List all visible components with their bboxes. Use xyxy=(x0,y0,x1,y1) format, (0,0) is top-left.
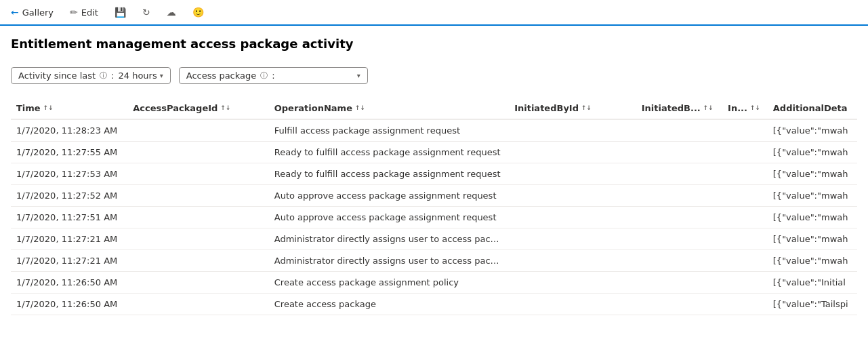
cell-initiatedb xyxy=(636,294,722,315)
cell-additionaldata: [{"value":"mwah xyxy=(768,142,857,163)
cloud-icon: ☁ xyxy=(167,7,176,18)
emoji-icon: 🙂 xyxy=(192,7,204,18)
access-package-info-icon: ⓘ xyxy=(260,71,268,81)
cell-in xyxy=(722,228,768,250)
col-header-initiatedb[interactable]: InitiatedB... ↑↓ xyxy=(636,98,722,119)
cloud-button[interactable]: ☁ xyxy=(164,4,179,20)
cell-initiatedbyid xyxy=(509,228,636,250)
sort-icon-accesspackageid: ↑↓ xyxy=(220,105,230,111)
cell-initiatedb xyxy=(636,163,722,185)
table-row[interactable]: 1/7/2020, 11:28:23 AMFulfill access pack… xyxy=(11,119,857,142)
cell-initiatedbyid xyxy=(509,119,636,142)
access-package-dropdown[interactable]: ▾ xyxy=(279,72,360,79)
cell-initiatedbyid xyxy=(509,207,636,228)
table-row[interactable]: 1/7/2020, 11:26:50 AMCreate access packa… xyxy=(11,294,857,315)
activity-chevron-icon: ▾ xyxy=(160,72,163,79)
cell-initiatedbyid xyxy=(509,250,636,272)
cell-operationname: Auto approve access package assignment r… xyxy=(269,207,509,228)
back-button[interactable]: ← Gallery xyxy=(8,4,56,20)
col-header-time[interactable]: Time ↑↓ xyxy=(11,98,127,119)
table-row[interactable]: 1/7/2020, 11:27:21 AMAdministrator direc… xyxy=(11,250,857,272)
cell-initiatedb xyxy=(636,272,722,294)
cell-initiatedbyid xyxy=(509,272,636,294)
edit-icon: ✏️ xyxy=(70,7,78,18)
back-arrow-icon: ← xyxy=(11,7,19,18)
cell-initiatedb xyxy=(636,250,722,272)
cell-operationname: Administrator directly assigns user to a… xyxy=(269,250,509,272)
cell-time: 1/7/2020, 11:27:51 AM xyxy=(11,207,127,228)
main-content: Entitlement management access package ac… xyxy=(0,26,868,326)
refresh-icon: ↻ xyxy=(142,7,150,18)
back-label: Gallery xyxy=(22,7,54,18)
data-table: Time ↑↓ AccessPackageId ↑↓ OperationName… xyxy=(11,98,857,315)
cell-accesspackageid xyxy=(127,207,268,228)
cell-accesspackageid xyxy=(127,272,268,294)
cell-time: 1/7/2020, 11:26:50 AM xyxy=(11,272,127,294)
table-row[interactable]: 1/7/2020, 11:27:51 AMAuto approve access… xyxy=(11,207,857,228)
table-row[interactable]: 1/7/2020, 11:27:52 AMAuto approve access… xyxy=(11,185,857,207)
cell-time: 1/7/2020, 11:27:52 AM xyxy=(11,185,127,207)
cell-accesspackageid xyxy=(127,228,268,250)
cell-time: 1/7/2020, 11:27:55 AM xyxy=(11,142,127,163)
save-icon: 💾 xyxy=(115,7,126,18)
access-package-colon: : xyxy=(272,71,274,81)
cell-time: 1/7/2020, 11:27:53 AM xyxy=(11,163,127,185)
col-header-operationname[interactable]: OperationName ↑↓ xyxy=(269,98,509,119)
table-row[interactable]: 1/7/2020, 11:27:53 AMReady to fulfill ac… xyxy=(11,163,857,185)
cell-in xyxy=(722,207,768,228)
refresh-button[interactable]: ↻ xyxy=(140,4,153,20)
cell-initiatedb xyxy=(636,207,722,228)
save-button[interactable]: 💾 xyxy=(112,4,129,20)
cell-operationname: Ready to fulfill access package assignme… xyxy=(269,142,509,163)
cell-operationname: Ready to fulfill access package assignme… xyxy=(269,163,509,185)
cell-time: 1/7/2020, 11:27:21 AM xyxy=(11,228,127,250)
cell-in xyxy=(722,119,768,142)
activity-dropdown[interactable]: 24 hours ▾ xyxy=(119,71,163,81)
col-header-additionaldata[interactable]: AdditionalDeta xyxy=(768,98,857,119)
cell-in xyxy=(722,185,768,207)
cell-time: 1/7/2020, 11:28:23 AM xyxy=(11,119,127,142)
toolbar: ← Gallery ✏️ Edit 💾 ↻ ☁ 🙂 xyxy=(0,0,868,26)
cell-operationname: Create access package assignment policy xyxy=(269,272,509,294)
sort-icon-time: ↑↓ xyxy=(43,105,54,111)
cell-time: 1/7/2020, 11:27:21 AM xyxy=(11,250,127,272)
cell-accesspackageid xyxy=(127,250,268,272)
activity-filter-label: Activity since last xyxy=(18,71,96,81)
emoji-button[interactable]: 🙂 xyxy=(190,4,207,20)
cell-in xyxy=(722,163,768,185)
cell-accesspackageid xyxy=(127,294,268,315)
edit-button[interactable]: ✏️ Edit xyxy=(67,4,101,20)
col-header-accesspackageid[interactable]: AccessPackageId ↑↓ xyxy=(127,98,268,119)
cell-in xyxy=(722,142,768,163)
table-row[interactable]: 1/7/2020, 11:27:55 AMReady to fulfill ac… xyxy=(11,142,857,163)
table-header-row: Time ↑↓ AccessPackageId ↑↓ OperationName… xyxy=(11,98,857,119)
cell-operationname: Administrator directly assigns user to a… xyxy=(269,228,509,250)
cell-initiatedb xyxy=(636,142,722,163)
activity-filter[interactable]: Activity since last ⓘ : 24 hours ▾ xyxy=(11,67,171,84)
activity-colon: : xyxy=(111,71,114,81)
col-header-in[interactable]: In... ↑↓ xyxy=(722,98,768,119)
cell-accesspackageid xyxy=(127,163,268,185)
cell-initiatedb xyxy=(636,185,722,207)
cell-accesspackageid xyxy=(127,185,268,207)
access-package-chevron-icon: ▾ xyxy=(357,72,360,79)
table-row[interactable]: 1/7/2020, 11:26:50 AMCreate access packa… xyxy=(11,272,857,294)
cell-additionaldata: [{"value":"Initial xyxy=(768,272,857,294)
access-package-filter[interactable]: Access package ⓘ : ▾ xyxy=(179,67,368,84)
sort-icon-in: ↑↓ xyxy=(750,105,760,111)
cell-initiatedb xyxy=(636,228,722,250)
cell-operationname: Fulfill access package assignment reques… xyxy=(269,119,509,142)
cell-operationname: Auto approve access package assignment r… xyxy=(269,185,509,207)
cell-in xyxy=(722,250,768,272)
page-title: Entitlement management access package ac… xyxy=(11,37,857,51)
filters-row: Activity since last ⓘ : 24 hours ▾ Acces… xyxy=(11,67,857,84)
cell-additionaldata: [{"value":"mwah xyxy=(768,185,857,207)
cell-additionaldata: [{"value":"Tailspi xyxy=(768,294,857,315)
table-row[interactable]: 1/7/2020, 11:27:21 AMAdministrator direc… xyxy=(11,228,857,250)
activity-info-icon: ⓘ xyxy=(100,71,107,81)
cell-initiatedbyid xyxy=(509,142,636,163)
col-header-initiatedbyid[interactable]: InitiatedById ↑↓ xyxy=(509,98,636,119)
cell-accesspackageid xyxy=(127,119,268,142)
cell-time: 1/7/2020, 11:26:50 AM xyxy=(11,294,127,315)
cell-accesspackageid xyxy=(127,142,268,163)
